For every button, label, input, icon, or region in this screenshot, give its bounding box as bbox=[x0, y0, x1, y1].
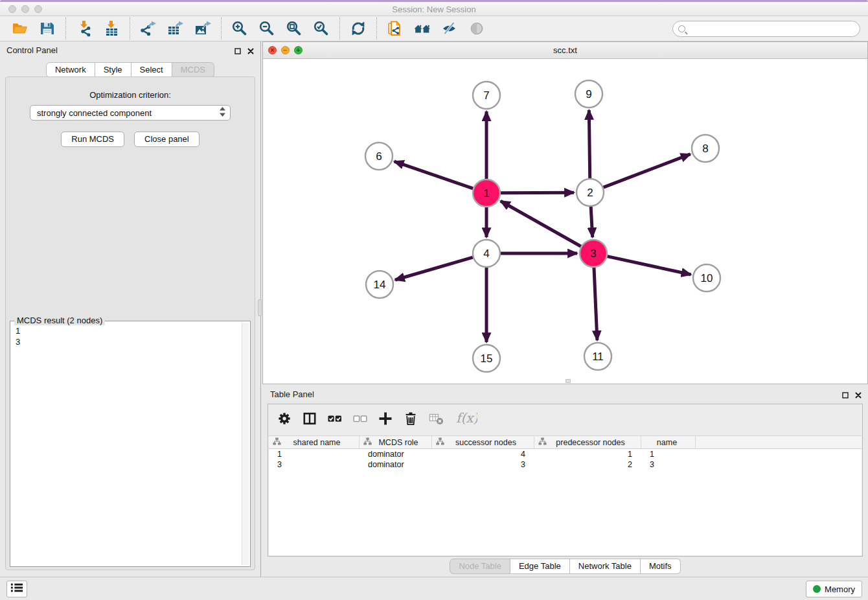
tab-edge-table[interactable]: Edge Table bbox=[510, 559, 570, 574]
sitemap-icon bbox=[273, 437, 281, 447]
table-row[interactable]: 1dominator411 bbox=[269, 449, 862, 459]
optimization-criterion-select[interactable]: strongly connected component bbox=[30, 105, 231, 121]
export-table-button[interactable] bbox=[167, 20, 184, 37]
zoom-fit-button[interactable] bbox=[286, 20, 303, 37]
network-canvas[interactable]: 7968124314101511 bbox=[263, 59, 867, 384]
edge-2-3[interactable] bbox=[591, 207, 593, 237]
svg-text:9: 9 bbox=[586, 88, 591, 100]
duplicate-network-button[interactable] bbox=[387, 20, 404, 37]
table-settings-button[interactable] bbox=[277, 411, 291, 426]
tab-network-table[interactable]: Network Table bbox=[570, 559, 641, 574]
split-view-button[interactable] bbox=[303, 411, 317, 426]
table-settings-icon bbox=[277, 411, 291, 426]
apply-function-button: f(x) bbox=[455, 411, 477, 426]
float-panel-icon[interactable] bbox=[234, 45, 241, 57]
zoom-out-button[interactable] bbox=[258, 20, 275, 37]
select-all-button[interactable] bbox=[328, 411, 342, 426]
edge-4-14[interactable] bbox=[395, 257, 473, 280]
column-header-shared-name[interactable]: shared name bbox=[269, 436, 360, 448]
tab-select[interactable]: Select bbox=[131, 62, 172, 78]
close-table-panel-icon[interactable] bbox=[855, 389, 862, 401]
node-10[interactable]: 10 bbox=[693, 264, 720, 292]
node-2[interactable]: 2 bbox=[577, 179, 604, 206]
add-column-button[interactable] bbox=[378, 411, 393, 426]
eye-disabled-button[interactable] bbox=[468, 20, 485, 37]
edge-1-2[interactable] bbox=[501, 192, 574, 193]
tab-mcds[interactable]: MCDS bbox=[172, 62, 214, 78]
export-image-button[interactable] bbox=[194, 20, 211, 37]
edge-3-10[interactable] bbox=[607, 257, 691, 275]
refresh-layout-button[interactable] bbox=[350, 20, 367, 37]
hide-panels-button[interactable] bbox=[441, 20, 458, 37]
search-input[interactable] bbox=[685, 24, 860, 33]
main-toolbar bbox=[0, 16, 868, 41]
export-network-button[interactable] bbox=[140, 20, 157, 37]
edge-3-11[interactable] bbox=[594, 268, 597, 340]
run-mcds-button[interactable]: Run MCDS bbox=[61, 132, 124, 147]
import-table-icon bbox=[103, 20, 120, 37]
node-6[interactable]: 6 bbox=[365, 143, 393, 170]
node-3[interactable]: 3 bbox=[580, 240, 607, 267]
tab-network[interactable]: Network bbox=[46, 62, 95, 78]
node-1[interactable]: 1 bbox=[473, 179, 500, 207]
node-9[interactable]: 9 bbox=[575, 80, 602, 108]
import-table-button[interactable] bbox=[103, 20, 120, 37]
import-network-button[interactable] bbox=[76, 20, 93, 37]
svg-text:2: 2 bbox=[587, 187, 593, 199]
open-session-button[interactable] bbox=[12, 20, 29, 37]
home-button[interactable] bbox=[414, 20, 431, 37]
edge-1-6[interactable] bbox=[394, 161, 474, 189]
network-window-titlebar[interactable]: × − + scc.txt bbox=[263, 42, 867, 59]
edge-2-8[interactable] bbox=[604, 154, 691, 187]
canvas-splitter-handle[interactable] bbox=[565, 379, 571, 383]
close-panel-button[interactable]: Close panel bbox=[134, 132, 200, 147]
node-7[interactable]: 7 bbox=[473, 82, 500, 109]
node-4[interactable]: 4 bbox=[473, 240, 500, 267]
criterion-value: strongly connected component bbox=[37, 108, 152, 118]
float-table-panel-icon[interactable] bbox=[842, 389, 849, 401]
node-table: shared nameMCDS rolesuccessor nodesprede… bbox=[269, 435, 862, 555]
column-header-MCDS-role[interactable]: MCDS role bbox=[360, 436, 432, 448]
tab-motifs[interactable]: Motifs bbox=[641, 559, 681, 574]
table-cell: 3 bbox=[641, 459, 696, 470]
status-bar: Memory bbox=[0, 577, 868, 600]
table-cell: 1 bbox=[641, 449, 696, 459]
edge-3-1[interactable] bbox=[501, 201, 581, 246]
zoom-selected-icon bbox=[313, 20, 330, 37]
svg-text:3: 3 bbox=[590, 248, 596, 260]
task-history-button[interactable] bbox=[6, 581, 27, 597]
column-header-successor-nodes[interactable]: successor nodes bbox=[432, 436, 534, 448]
zoom-fit-icon bbox=[286, 20, 303, 37]
memory-status-icon bbox=[813, 585, 821, 593]
node-11[interactable]: 11 bbox=[584, 343, 611, 370]
mcds-result-text[interactable]: 13 bbox=[12, 323, 241, 565]
edge-2-9[interactable] bbox=[589, 110, 589, 178]
memory-button[interactable]: Memory bbox=[806, 581, 862, 597]
svg-text:6: 6 bbox=[376, 150, 382, 163]
list-icon bbox=[10, 581, 24, 597]
tab-style[interactable]: Style bbox=[95, 62, 131, 78]
zoom-selected-button[interactable] bbox=[313, 20, 330, 37]
panel-splitter-handle[interactable] bbox=[258, 299, 262, 316]
svg-text:11: 11 bbox=[592, 351, 604, 363]
toolbar-separator bbox=[221, 17, 222, 40]
result-scrollbar[interactable] bbox=[242, 323, 249, 565]
delete-table-button bbox=[429, 411, 444, 426]
column-header-predecessor-nodes[interactable]: predecessor nodes bbox=[534, 436, 641, 448]
zoom-in-button[interactable] bbox=[231, 20, 248, 37]
deselect-all-button[interactable] bbox=[353, 411, 367, 426]
search-box[interactable] bbox=[672, 21, 860, 37]
node-15[interactable]: 15 bbox=[473, 345, 500, 372]
delete-column-button[interactable] bbox=[404, 411, 418, 426]
network-window-title: scc.txt bbox=[263, 45, 867, 55]
column-header-name[interactable]: name bbox=[641, 436, 696, 448]
node-8[interactable]: 8 bbox=[692, 135, 719, 162]
close-panel-icon[interactable] bbox=[247, 45, 254, 57]
tab-node-table[interactable]: Node Table bbox=[450, 559, 510, 574]
add-column-icon bbox=[378, 411, 393, 426]
table-row[interactable]: 3dominator323 bbox=[269, 459, 862, 470]
home-icon bbox=[414, 20, 431, 37]
sitemap-icon bbox=[436, 437, 444, 447]
node-14[interactable]: 14 bbox=[366, 271, 393, 298]
save-session-button[interactable] bbox=[39, 20, 56, 37]
